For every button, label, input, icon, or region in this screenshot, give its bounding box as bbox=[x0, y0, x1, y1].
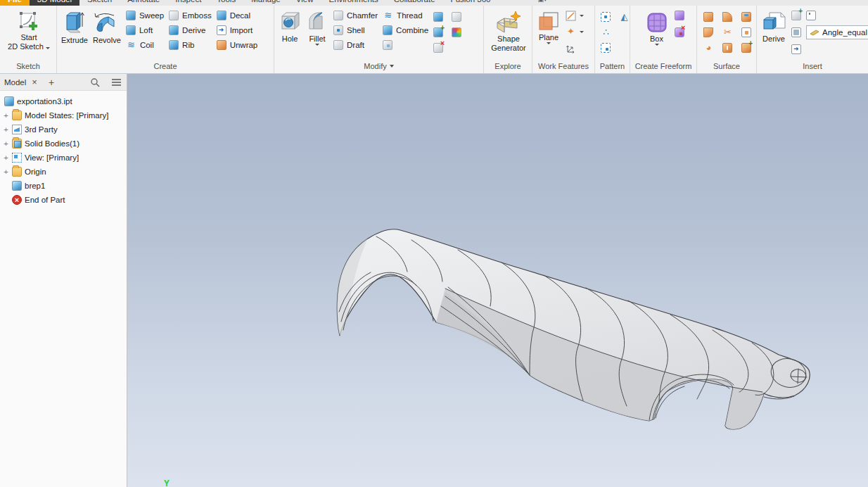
import-button[interactable]: Import bbox=[217, 25, 258, 36]
shell-button[interactable]: Shell bbox=[333, 25, 378, 36]
browser-add-tab-icon[interactable]: + bbox=[43, 77, 60, 88]
replace-face-button[interactable] bbox=[741, 27, 754, 38]
ifeature-part-icon bbox=[810, 29, 819, 36]
tree-item-origin[interactable]: + Origin bbox=[0, 165, 127, 179]
tab-environments[interactable]: Environments bbox=[321, 0, 385, 6]
freeform-face-button[interactable] bbox=[675, 10, 684, 21]
tab-inspect[interactable]: Inspect bbox=[167, 0, 209, 6]
split-button[interactable] bbox=[433, 11, 446, 23]
chamfer-button[interactable]: Chamfer bbox=[333, 10, 378, 21]
ifeature-select[interactable]: Angle_equal bbox=[806, 25, 868, 39]
tab-3d-model[interactable]: 3D Model bbox=[30, 0, 79, 6]
extend-surface-button[interactable] bbox=[722, 42, 735, 53]
offset-surface-button[interactable]: ◕ bbox=[703, 42, 716, 53]
axis-button[interactable] bbox=[566, 10, 584, 21]
rib-icon bbox=[169, 40, 179, 50]
sweep-button[interactable]: Sweep bbox=[126, 10, 164, 21]
tab-annotate[interactable]: Annotate bbox=[120, 0, 167, 6]
boundary-patch-button[interactable] bbox=[703, 27, 716, 38]
ucs-button[interactable] bbox=[566, 42, 584, 53]
tab-sketch[interactable]: Sketch bbox=[79, 0, 120, 6]
folder-icon bbox=[12, 110, 22, 120]
tab-tools[interactable]: Tools bbox=[209, 0, 243, 6]
insert-dwg-button[interactable] bbox=[791, 44, 801, 55]
modify-panel-caret bbox=[390, 65, 394, 68]
box-dropdown-caret[interactable] bbox=[655, 44, 659, 46]
plane-button[interactable]: Plane bbox=[537, 8, 561, 44]
rectangular-pattern-button[interactable] bbox=[601, 11, 613, 23]
combine-button[interactable]: Combine bbox=[383, 25, 428, 36]
sketch-driven-pattern-button[interactable] bbox=[601, 42, 613, 53]
circular-pattern-button[interactable]: ∴ bbox=[601, 27, 613, 38]
browser-menu-button[interactable] bbox=[106, 78, 127, 87]
decal-button[interactable]: Decal bbox=[217, 10, 258, 21]
plane-dropdown-caret[interactable] bbox=[547, 42, 551, 44]
loft-button[interactable]: Loft bbox=[126, 25, 164, 36]
browser-tab-model[interactable]: Model bbox=[4, 78, 26, 87]
thread-button[interactable]: ≋Thread bbox=[383, 10, 428, 21]
tree-item-3rd-party[interactable]: + 3rd Party bbox=[0, 122, 127, 137]
panel-create-freeform: Box Create Freeform bbox=[630, 6, 697, 73]
fillet-dropdown-caret[interactable] bbox=[315, 44, 319, 46]
tree-item-end-of-part[interactable]: End of Part bbox=[0, 193, 127, 207]
tree-item-brep1[interactable]: brep1 bbox=[0, 179, 127, 193]
tab-manage[interactable]: Manage bbox=[243, 0, 288, 6]
freeform-box-button[interactable]: Box bbox=[644, 8, 670, 46]
3d-viewport[interactable]: Y bbox=[127, 74, 868, 487]
hole-icon bbox=[279, 10, 301, 34]
fillet-button[interactable]: Fillet bbox=[306, 8, 328, 46]
unwrap-button[interactable]: Unwrap bbox=[217, 39, 258, 51]
direct-edit-button[interactable] bbox=[452, 11, 464, 23]
ruled-surface-button[interactable] bbox=[741, 42, 754, 53]
insert-ifeature-button[interactable] bbox=[806, 10, 868, 21]
tree-item-view-rep[interactable]: + View: [Primary] bbox=[0, 151, 127, 165]
tree-item-solid-bodies[interactable]: + Solid Bodies(1) bbox=[0, 137, 127, 151]
convert-to-freeform-button[interactable] bbox=[675, 27, 684, 38]
plane-icon bbox=[537, 10, 561, 32]
coil-button[interactable]: ≋Coil bbox=[126, 39, 164, 51]
insert-import-button[interactable] bbox=[791, 10, 801, 21]
shape-generator-button[interactable]: Shape Generator bbox=[491, 8, 526, 52]
trim-button[interactable]: ✂ bbox=[722, 27, 735, 38]
point-button[interactable]: ✦ bbox=[566, 26, 584, 37]
move-face-button[interactable] bbox=[433, 27, 446, 38]
tree-item-model-states[interactable]: + Model States: [Primary] bbox=[0, 108, 127, 122]
sculpt-button[interactable] bbox=[722, 11, 735, 23]
tab-view[interactable]: View bbox=[288, 0, 321, 6]
browser-search-button[interactable] bbox=[85, 77, 105, 87]
derive-button[interactable]: Derive bbox=[761, 8, 786, 43]
extrude-button[interactable]: Extrude bbox=[61, 8, 88, 44]
start-2d-sketch-button[interactable]: Start 2D Sketch bbox=[8, 8, 50, 51]
trim-icon: ✂ bbox=[722, 27, 733, 37]
expand-icon[interactable]: + bbox=[3, 139, 9, 148]
expand-icon[interactable]: + bbox=[3, 167, 9, 176]
browser-close-icon[interactable]: × bbox=[27, 77, 42, 87]
3d-model-render[interactable] bbox=[127, 74, 868, 487]
expand-icon[interactable]: + bbox=[3, 153, 9, 162]
expand-icon[interactable]: + bbox=[3, 111, 9, 120]
tree-item-part-root[interactable]: exportation3.ipt bbox=[0, 94, 127, 108]
tab-collaborate[interactable]: Collaborate bbox=[386, 0, 443, 6]
panel-label-modify[interactable]: Modify bbox=[274, 61, 483, 73]
panel-modify: Hole Fillet Chamfer Shell Draft ≋Thread … bbox=[274, 6, 484, 73]
emboss-button[interactable]: Emboss bbox=[169, 10, 212, 21]
rib-button[interactable]: Rib bbox=[169, 39, 212, 51]
extend-icon bbox=[741, 12, 751, 22]
start-sketch-dropdown-caret bbox=[46, 47, 50, 49]
thicken-offset-button[interactable] bbox=[383, 39, 428, 51]
insert-object-button[interactable] bbox=[791, 27, 801, 38]
derive-create-button[interactable]: Derive bbox=[169, 25, 212, 36]
hole-button[interactable]: Hole bbox=[279, 8, 301, 43]
tab-fusion-360[interactable]: Fusion 360 bbox=[443, 0, 499, 6]
stitch-button[interactable] bbox=[703, 11, 716, 23]
delete-face-icon bbox=[433, 43, 443, 53]
tab-file[interactable]: File bbox=[0, 0, 30, 6]
panel-label-surface: Surface bbox=[697, 61, 756, 73]
appearance-button[interactable] bbox=[452, 27, 464, 38]
draft-button[interactable]: Draft bbox=[333, 39, 378, 51]
extend-button[interactable] bbox=[741, 11, 754, 23]
delete-face-button[interactable] bbox=[433, 42, 446, 53]
expand-icon[interactable]: + bbox=[3, 125, 9, 134]
revolve-button[interactable]: Revolve bbox=[93, 8, 121, 44]
ribbon-appearance-icon[interactable]: ▣▾ bbox=[538, 0, 554, 6]
